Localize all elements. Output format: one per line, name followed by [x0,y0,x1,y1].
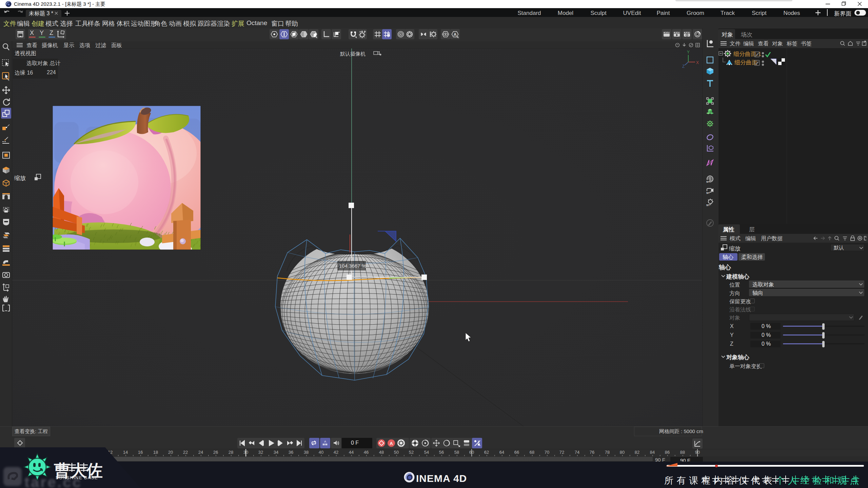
svg-text:32: 32 [258,450,263,455]
svg-text:56: 56 [439,450,444,455]
svg-text:默认摄像机: 默认摄像机 [340,51,366,57]
svg-text:76: 76 [590,450,594,455]
svg-text:88: 88 [680,450,685,455]
svg-text:86: 86 [665,450,670,455]
svg-text:48: 48 [379,450,384,455]
svg-text:28: 28 [229,450,233,455]
svg-text:42: 42 [334,450,338,455]
svg-text:72: 72 [559,450,564,455]
svg-text:62: 62 [484,450,489,455]
svg-text:36: 36 [289,450,293,455]
svg-text:54: 54 [424,450,429,455]
svg-text:26: 26 [213,450,218,455]
svg-text:40: 40 [319,450,323,455]
svg-text:18: 18 [153,450,158,455]
svg-text:66: 66 [514,450,519,455]
svg-text:ST: ST [706,191,710,195]
svg-text:A: A [454,32,457,37]
svg-text:34: 34 [274,450,278,455]
svg-text:ST: ST [706,204,710,207]
svg-text:44: 44 [349,450,354,455]
svg-text:A: A [324,440,326,443]
svg-text:50: 50 [394,450,399,455]
svg-text:104.3667 %: 104.3667 % [339,263,366,269]
svg-text:38: 38 [304,450,309,455]
svg-text:78: 78 [605,450,610,455]
svg-text:22: 22 [183,450,188,455]
svg-text:70: 70 [545,450,549,455]
svg-text:82: 82 [635,450,639,455]
svg-text:X: X [696,60,699,65]
svg-text:24: 24 [198,450,203,455]
svg-text:A: A [390,441,393,446]
svg-text:20: 20 [168,450,173,455]
svg-text:74: 74 [575,450,579,455]
svg-text:46: 46 [364,450,369,455]
svg-text:52: 52 [409,450,414,455]
svg-text:68: 68 [530,450,534,455]
svg-text:ST: ST [706,180,710,183]
svg-text:58: 58 [454,450,459,455]
svg-text:64: 64 [499,450,504,455]
svg-text:80: 80 [620,450,625,455]
svg-text:Z: Z [682,64,685,69]
svg-text:84: 84 [650,450,655,455]
svg-text:Y: Y [687,50,690,55]
